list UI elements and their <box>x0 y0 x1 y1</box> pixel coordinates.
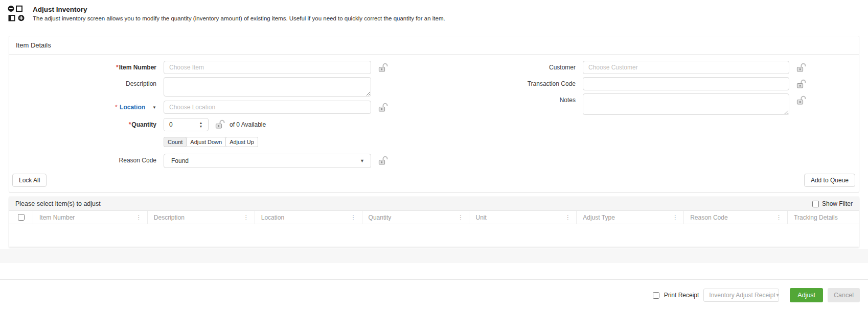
item-number-label: *Item Number <box>68 61 156 71</box>
page-header: Adjust Inventory The adjust inventory sc… <box>0 0 868 26</box>
column-header-reason-code[interactable]: Reason Code⋮ <box>683 211 787 224</box>
items-table-empty-body <box>9 224 859 247</box>
reason-code-value: Found <box>171 157 189 164</box>
location-lock-icon[interactable] <box>378 101 391 114</box>
column-header-unit[interactable]: Unit⋮ <box>469 211 576 224</box>
select-all-checkbox[interactable] <box>18 214 25 221</box>
footer-bar: Print Receipt Inventory Adjust Receipt ▼… <box>0 280 868 302</box>
notes-lock-icon[interactable] <box>796 93 809 107</box>
reason-code-lock-icon[interactable] <box>378 154 391 167</box>
show-filter-toggle[interactable]: Show Filter <box>812 200 853 207</box>
page-title: Adjust Inventory <box>33 6 445 13</box>
print-receipt-label: Print Receipt <box>664 292 699 299</box>
available-quantity-text: of 0 Available <box>230 121 266 128</box>
customer-lock-icon[interactable] <box>796 61 809 74</box>
cancel-button[interactable]: Cancel <box>828 288 860 302</box>
required-asterisk: * <box>129 121 131 128</box>
count-button[interactable]: Count <box>164 137 187 147</box>
transaction-code-lock-icon[interactable] <box>796 77 809 90</box>
transaction-code-input[interactable] <box>583 77 789 90</box>
column-header-location[interactable]: Location⋮ <box>255 211 362 224</box>
location-label-caret-icon[interactable]: ▼ <box>152 105 156 110</box>
adjust-mode-buttons: Count Adjust Down Adjust Up <box>164 137 371 147</box>
customer-input[interactable] <box>583 61 789 74</box>
items-table-header-row: Item Number⋮ Description⋮ Location⋮ Quan… <box>9 211 859 224</box>
column-menu-icon[interactable]: ⋮ <box>134 213 143 221</box>
quantity-input[interactable] <box>164 118 195 131</box>
customer-label: Customer <box>504 61 576 71</box>
adjust-down-button[interactable]: Adjust Down <box>186 137 226 147</box>
item-number-input[interactable] <box>164 61 371 74</box>
transaction-code-label: Transaction Code <box>504 77 576 87</box>
items-table-title: Please select item(s) to adjust <box>15 200 101 207</box>
quantity-label: *Quantity <box>68 118 156 128</box>
column-header-description[interactable]: Description⋮ <box>147 211 255 224</box>
notes-label: Notes <box>504 93 576 104</box>
required-asterisk: * <box>116 64 119 71</box>
column-header-item-number[interactable]: Item Number⋮ <box>33 211 147 224</box>
quantity-stepper[interactable]: ▲ ▼ <box>164 118 209 131</box>
column-menu-icon[interactable]: ⋮ <box>349 213 358 221</box>
required-asterisk: * <box>115 104 118 111</box>
item-details-panel: Item Details *Item Number Description * … <box>9 36 859 193</box>
reason-code-caret-icon: ▼ <box>360 158 364 163</box>
print-receipt-checkbox[interactable] <box>653 292 659 299</box>
column-header-quantity[interactable]: Quantity⋮ <box>362 211 469 224</box>
quantity-lock-icon[interactable] <box>215 118 225 131</box>
quantity-step-down-icon[interactable]: ▼ <box>199 125 203 128</box>
quantity-step-up-icon[interactable]: ▲ <box>199 121 203 125</box>
reason-code-select[interactable]: Found ▼ <box>164 154 371 168</box>
quantity-field: ▲ ▼ of 0 Available <box>164 118 371 131</box>
description-textarea[interactable] <box>164 77 371 97</box>
column-header-tracking-details[interactable]: Tracking Details <box>787 211 859 224</box>
content-bottom-strip <box>0 249 868 263</box>
show-filter-checkbox[interactable] <box>812 201 819 207</box>
adjust-button[interactable]: Adjust <box>790 288 823 302</box>
adjust-inventory-icon <box>7 5 26 23</box>
column-menu-icon[interactable]: ⋮ <box>671 213 679 221</box>
show-filter-label: Show Filter <box>822 200 853 207</box>
receipt-type-select[interactable]: Inventory Adjust Receipt ▼ <box>703 289 779 302</box>
panel-title: Item Details <box>9 36 859 55</box>
select-all-cell <box>9 211 33 224</box>
item-number-lock-icon[interactable] <box>378 61 391 74</box>
page-subtitle: The adjust inventory screen allows you t… <box>33 15 445 21</box>
description-label: Description <box>68 77 156 87</box>
location-label[interactable]: * Location▼ <box>68 101 156 111</box>
reason-code-label: Reason Code <box>68 154 156 164</box>
column-menu-icon[interactable]: ⋮ <box>456 213 465 221</box>
column-header-adjust-type[interactable]: Adjust Type⋮ <box>576 211 683 224</box>
receipt-type-value: Inventory Adjust Receipt <box>709 292 775 299</box>
adjust-up-button[interactable]: Adjust Up <box>225 137 258 147</box>
location-input[interactable] <box>164 101 371 114</box>
item-details-form: *Item Number Description * Location▼ <box>9 55 859 171</box>
column-menu-icon[interactable]: ⋮ <box>563 213 572 221</box>
add-to-queue-button[interactable]: Add to Queue <box>804 174 855 187</box>
notes-textarea[interactable] <box>583 93 789 115</box>
column-menu-icon[interactable]: ⋮ <box>242 213 250 221</box>
lock-all-button[interactable]: Lock All <box>12 174 47 187</box>
receipt-select-caret-icon: ▼ <box>775 293 780 298</box>
items-table-panel: Please select item(s) to adjust Show Fil… <box>9 197 859 247</box>
column-menu-icon[interactable]: ⋮ <box>774 213 783 221</box>
